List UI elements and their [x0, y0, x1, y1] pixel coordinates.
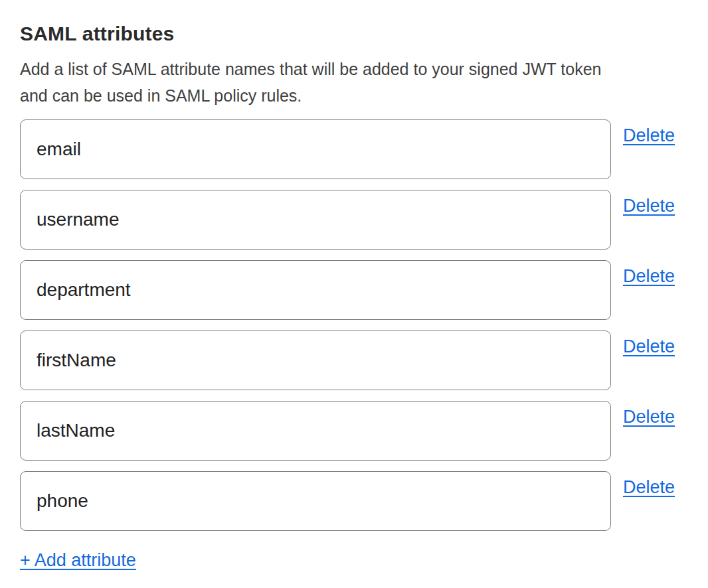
attribute-row: Delete [20, 401, 680, 461]
delete-attribute-link[interactable]: Delete [623, 406, 680, 427]
saml-attributes-section: SAML attributes Add a list of SAML attri… [0, 0, 708, 571]
attribute-name-input[interactable] [20, 260, 611, 320]
delete-attribute-link[interactable]: Delete [623, 125, 680, 146]
attribute-list: Delete Delete Delete Delete Delete Delet… [20, 119, 680, 531]
delete-attribute-link[interactable]: Delete [623, 336, 680, 357]
attribute-row: Delete [20, 471, 680, 531]
attribute-row: Delete [20, 260, 680, 320]
attribute-name-input[interactable] [20, 401, 611, 461]
attribute-row: Delete [20, 331, 680, 390]
section-description: Add a list of SAML attribute names that … [20, 56, 680, 109]
description-line: and can be used in SAML policy rules. [20, 82, 680, 109]
delete-attribute-link[interactable]: Delete [623, 265, 680, 287]
delete-attribute-link[interactable]: Delete [623, 195, 680, 216]
attribute-name-input[interactable] [20, 190, 611, 250]
attribute-name-input[interactable] [20, 471, 611, 531]
attribute-name-input[interactable] [20, 119, 611, 179]
description-line: Add a list of SAML attribute names that … [20, 56, 680, 82]
attribute-row: Delete [20, 190, 680, 250]
attribute-name-input[interactable] [20, 331, 611, 390]
page-title: SAML attributes [20, 23, 680, 45]
add-attribute-link[interactable]: + Add attribute [20, 550, 136, 571]
delete-attribute-link[interactable]: Delete [623, 477, 680, 498]
attribute-row: Delete [20, 119, 680, 179]
